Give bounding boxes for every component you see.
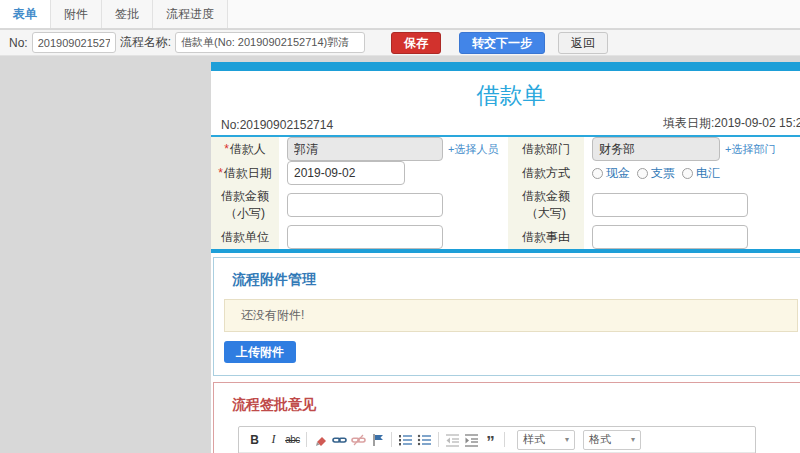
department-input[interactable]	[592, 137, 720, 161]
format-select[interactable]: 格式 ▾	[583, 430, 641, 450]
indent-icon[interactable]	[463, 431, 480, 449]
rich-text-editor: B I abc	[238, 426, 756, 453]
borrower-label-text: 借款人	[230, 141, 266, 158]
method-field: 现金 支票 电汇	[584, 161, 800, 185]
loan-date-input[interactable]	[287, 161, 405, 185]
toolbar-divider	[391, 432, 392, 447]
link-icon[interactable]	[331, 431, 348, 449]
bullet-list-icon[interactable]	[416, 431, 433, 449]
chevron-down-icon: ▾	[631, 435, 635, 444]
page-title: 借款单	[211, 71, 800, 116]
back-button[interactable]: 返回	[558, 32, 608, 54]
department-field: +选择部门	[584, 137, 800, 161]
unlink-icon[interactable]	[350, 431, 367, 449]
borrower-input[interactable]	[287, 137, 443, 161]
loan-date-label-text: 借款日期	[224, 165, 272, 182]
radio-icon[interactable]	[637, 168, 648, 179]
unit-input[interactable]	[287, 225, 443, 249]
method-option-cash[interactable]: 现金	[592, 165, 630, 182]
reason-field	[584, 225, 800, 249]
method-option-cheque-label: 支票	[651, 165, 675, 182]
radio-icon[interactable]	[592, 168, 603, 179]
ordered-list-icon[interactable]	[397, 431, 414, 449]
radio-icon[interactable]	[682, 168, 693, 179]
blockquote-icon[interactable]: ”	[482, 431, 499, 449]
outdent-icon[interactable]	[444, 431, 461, 449]
method-option-wire[interactable]: 电汇	[682, 165, 720, 182]
borrower-field: +选择人员	[279, 137, 508, 161]
no-attachment-alert: 还没有附件!	[224, 299, 798, 332]
anchor-flag-icon[interactable]	[369, 431, 386, 449]
loan-date-field	[279, 161, 508, 185]
italic-icon[interactable]: I	[265, 431, 282, 449]
tab-bar: 表单 附件 签批 流程进度	[0, 0, 800, 29]
required-mark: *	[218, 165, 223, 182]
method-option-cash-label: 现金	[606, 165, 630, 182]
required-mark: *	[224, 141, 229, 158]
borrower-label: * 借款人	[211, 137, 279, 161]
loan-date-label: * 借款日期	[211, 161, 279, 185]
method-label: 借款方式	[508, 161, 584, 185]
amount-upper-input[interactable]	[592, 193, 748, 217]
tab-attachment[interactable]: 附件	[51, 0, 102, 28]
approval-panel-title: 流程签批意见	[214, 383, 800, 419]
chevron-down-icon: ▾	[565, 435, 569, 444]
no-label: No:	[9, 36, 28, 50]
amount-lower-field	[279, 185, 508, 225]
format-select-label: 格式	[589, 432, 611, 447]
strikethrough-icon[interactable]: abc	[284, 431, 301, 449]
select-person-link[interactable]: +选择人员	[448, 142, 498, 157]
tab-approval[interactable]: 签批	[102, 0, 153, 28]
fill-date: 填表日期:2019-09-02 15:27:1	[663, 115, 800, 132]
select-department-link[interactable]: +选择部门	[725, 142, 775, 157]
unit-field	[279, 225, 508, 249]
method-option-wire-label: 电汇	[696, 165, 720, 182]
next-step-button[interactable]: 转交下一步	[459, 32, 545, 54]
form-content-panel: 借款单 No:20190902152714 填表日期:2019-09-02 15…	[211, 62, 800, 453]
approval-panel: 流程签批意见 B I abc	[213, 382, 800, 453]
amount-upper-label: 借款金额（大写)	[508, 185, 584, 225]
amount-lower-input[interactable]	[287, 193, 443, 217]
editor-toolbar: B I abc	[239, 427, 755, 453]
loan-form: * 借款人 +选择人员 借款部门 +选择部门 * 借款日期 借款方式	[211, 137, 800, 253]
save-button[interactable]: 保存	[391, 32, 441, 54]
process-name-label: 流程名称:	[120, 34, 171, 51]
style-select-label: 样式	[523, 432, 545, 447]
doc-meta-row: No:20190902152714 填表日期:2019-09-02 15:27:…	[211, 116, 800, 137]
doc-number: No:20190902152714	[221, 118, 333, 132]
top-accent-bar	[211, 62, 800, 71]
attachment-panel: 流程附件管理 还没有附件! 上传附件	[213, 257, 800, 376]
amount-lower-label: 借款金额（小写)	[211, 185, 279, 225]
bold-icon[interactable]: B	[246, 431, 263, 449]
tab-form[interactable]: 表单	[0, 0, 51, 28]
tab-progress[interactable]: 流程进度	[153, 0, 228, 28]
amount-upper-field	[584, 185, 800, 225]
toolbar-divider	[438, 432, 439, 447]
reason-input[interactable]	[592, 225, 748, 249]
upload-attachment-button[interactable]: 上传附件	[224, 341, 296, 363]
reason-label: 借款事由	[508, 225, 584, 249]
toolbar-divider	[306, 432, 307, 447]
unit-label: 借款单位	[211, 225, 279, 249]
department-label: 借款部门	[508, 137, 584, 161]
toolbar-divider	[504, 432, 505, 447]
method-option-cheque[interactable]: 支票	[637, 165, 675, 182]
attachment-panel-title: 流程附件管理	[214, 258, 800, 294]
no-input[interactable]	[32, 32, 116, 53]
command-bar: No: 流程名称: 保存 转交下一步 返回	[0, 30, 800, 56]
loan-form-screen: 表单 附件 签批 流程进度 No: 流程名称: 保存 转交下一步 返回 借款单 …	[0, 0, 800, 453]
process-name-input[interactable]	[175, 32, 365, 53]
remove-format-icon[interactable]	[312, 431, 329, 449]
style-select[interactable]: 样式 ▾	[517, 430, 575, 450]
